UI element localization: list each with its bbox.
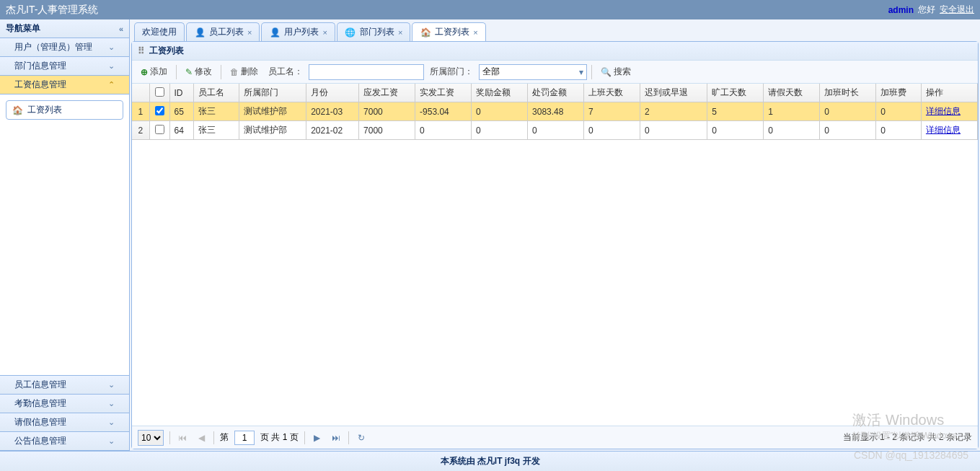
- tab-strip: 欢迎使用 👤 员工列表 × 👤 用户列表 × 🌐 部门列表 × 🏠 工资列表 ×: [131, 21, 979, 41]
- detail-link[interactable]: 详细信息: [926, 125, 961, 135]
- col-op[interactable]: 操作: [921, 84, 977, 102]
- separator: [213, 431, 214, 444]
- panel-header: 工资列表: [132, 42, 978, 61]
- home-icon: 🏠: [420, 27, 431, 38]
- col-should[interactable]: 应发工资: [359, 84, 415, 102]
- table-row[interactable]: 264张三测试维护部2021-027000000000000详细信息: [132, 121, 978, 140]
- nav-item-leave[interactable]: 请假信息管理 ⌄: [0, 413, 129, 432]
- first-page-button[interactable]: ⏮: [176, 431, 189, 444]
- user-blue-icon: 👤: [194, 27, 206, 38]
- col-work[interactable]: 上班天数: [584, 84, 640, 102]
- cell-reward: 0: [472, 102, 528, 121]
- edit-button[interactable]: ✎ 修改: [181, 64, 216, 79]
- nav-subpanel: 🏠 工资列表: [0, 94, 129, 376]
- name-filter-input[interactable]: [309, 64, 424, 80]
- nav-label: 考勤信息管理: [14, 397, 66, 410]
- button-label: 删除: [241, 66, 258, 78]
- globe-icon: 🌐: [345, 27, 356, 38]
- col-dept[interactable]: 所属部门: [239, 84, 306, 102]
- cell-penalty: 0: [528, 121, 584, 140]
- chevron-down-icon: ⌄: [108, 61, 115, 71]
- nav-item-user-admin[interactable]: 用户（管理员）管理 ⌄: [0, 38, 129, 57]
- drag-icon: [138, 45, 145, 56]
- tab-dept-list[interactable]: 🌐 部门列表 ×: [337, 22, 410, 41]
- cell-dept: 测试维护部: [239, 121, 306, 140]
- last-page-button[interactable]: ⏭: [330, 431, 343, 444]
- table-row[interactable]: 165张三测试维护部2021-037000-953.0403083.487251…: [132, 102, 978, 121]
- col-otpay[interactable]: 加班费: [876, 84, 922, 102]
- col-penalty[interactable]: 处罚金额: [528, 84, 584, 102]
- col-real[interactable]: 实发工资: [415, 84, 472, 102]
- search-button[interactable]: 🔍 搜索: [596, 64, 635, 79]
- tab-employee-list[interactable]: 👤 员工列表 ×: [186, 22, 260, 41]
- page-input[interactable]: [234, 431, 255, 445]
- nav-label: 员工信息管理: [14, 379, 66, 391]
- col-check[interactable]: [149, 84, 169, 102]
- chevron-up-icon: ⌃: [108, 80, 115, 89]
- tab-user-list[interactable]: 👤 用户列表 ×: [261, 22, 335, 41]
- close-icon[interactable]: ×: [398, 28, 402, 37]
- cell-ot: 0: [820, 121, 876, 140]
- page-prefix: 第: [220, 431, 229, 444]
- tab-label: 员工列表: [209, 26, 244, 38]
- current-user: admin: [888, 5, 914, 15]
- check-all[interactable]: [155, 87, 164, 97]
- tab-welcome[interactable]: 欢迎使用: [134, 22, 185, 41]
- cell-should: 7000: [359, 121, 415, 140]
- dept-filter-label: 所属部门：: [427, 66, 476, 78]
- detail-link[interactable]: 详细信息: [926, 106, 961, 116]
- cell-ot: 0: [820, 102, 876, 121]
- nav-sub-salary-list[interactable]: 🏠 工资列表: [6, 100, 123, 120]
- nav-label: 部门信息管理: [14, 60, 66, 72]
- cell-month: 2021-03: [306, 102, 359, 121]
- nav-item-employee[interactable]: 员工信息管理 ⌄: [0, 376, 129, 395]
- col-name[interactable]: 员工名: [194, 84, 239, 102]
- cell-absent: 0: [707, 121, 764, 140]
- separator: [169, 431, 170, 444]
- col-ot[interactable]: 加班时长: [820, 84, 876, 102]
- button-label: 添加: [150, 66, 167, 78]
- row-check[interactable]: [155, 125, 164, 134]
- prev-page-button[interactable]: ◀: [195, 431, 208, 444]
- row-number: 2: [132, 121, 149, 140]
- nav-item-salary[interactable]: 工资信息管理 ⌃: [0, 76, 129, 94]
- nav-item-dept[interactable]: 部门信息管理 ⌄: [0, 57, 129, 76]
- refresh-button[interactable]: ↻: [355, 431, 368, 444]
- col-id[interactable]: ID: [169, 84, 194, 102]
- close-icon[interactable]: ×: [473, 28, 477, 37]
- add-button[interactable]: ⊕ 添加: [136, 64, 172, 79]
- close-icon[interactable]: ×: [247, 28, 252, 37]
- col-rownum: [132, 84, 149, 102]
- col-late[interactable]: 迟到或早退: [640, 84, 707, 102]
- col-reward[interactable]: 奖励金额: [472, 84, 528, 102]
- page-size-select[interactable]: 10: [138, 430, 164, 446]
- content-panel: 工资列表 ⊕ 添加 ✎ 修改 🗑 删除 员工名： 所属: [131, 41, 979, 449]
- collapse-icon[interactable]: «: [119, 25, 123, 33]
- delete-button[interactable]: 🗑 删除: [226, 64, 262, 79]
- tab-salary-list[interactable]: 🏠 工资列表 ×: [412, 22, 485, 41]
- nav-item-attendance[interactable]: 考勤信息管理 ⌄: [0, 395, 129, 413]
- button-label: 修改: [195, 66, 212, 78]
- cell-leave: 0: [764, 121, 820, 140]
- logout-link[interactable]: 安全退出: [940, 4, 974, 16]
- cell-penalty: 3083.48: [528, 102, 584, 121]
- col-month[interactable]: 月份: [306, 84, 359, 102]
- nav-label: 请假信息管理: [14, 416, 66, 428]
- name-filter-label: 员工名：: [265, 66, 306, 78]
- row-check[interactable]: [155, 106, 164, 115]
- tab-label: 欢迎使用: [142, 26, 177, 38]
- nav-item-notice[interactable]: 公告信息管理 ⌄: [0, 432, 129, 451]
- chevron-down-icon: ⌄: [108, 43, 115, 52]
- col-absent[interactable]: 旷工天数: [707, 84, 764, 102]
- cell-work: 0: [584, 121, 640, 140]
- app-header: 杰凡IT-人事管理系统 admin 您好 安全退出: [0, 0, 980, 19]
- separator: [176, 65, 177, 79]
- close-icon[interactable]: ×: [322, 28, 327, 37]
- main-area: 欢迎使用 👤 员工列表 × 👤 用户列表 × 🌐 部门列表 × 🏠 工资列表 ×: [130, 19, 980, 451]
- col-leave[interactable]: 请假天数: [764, 84, 820, 102]
- tab-label: 用户列表: [284, 26, 319, 38]
- search-icon: 🔍: [601, 67, 612, 77]
- next-page-button[interactable]: ▶: [311, 431, 324, 444]
- cell-real: 0: [415, 121, 472, 140]
- dept-filter-combo[interactable]: 全部 ▾: [479, 64, 587, 80]
